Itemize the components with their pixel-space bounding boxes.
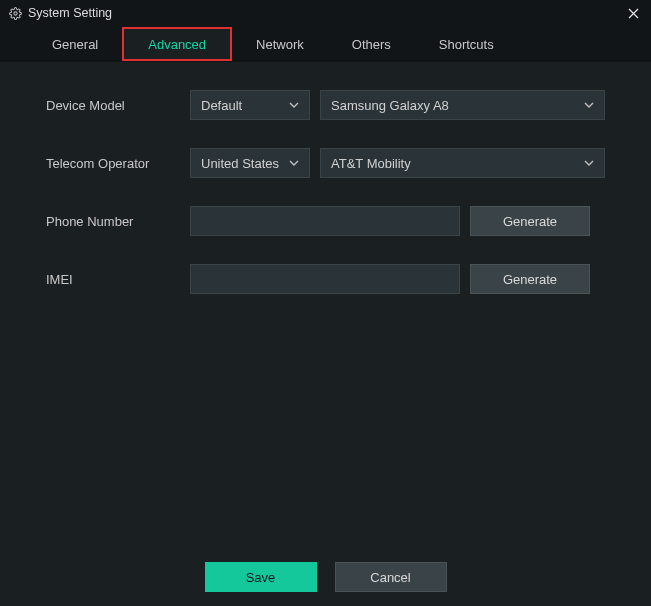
save-button[interactable]: Save xyxy=(205,562,317,592)
row-phone-number: Phone Number Generate xyxy=(46,206,605,236)
tab-others[interactable]: Others xyxy=(328,26,415,62)
close-icon[interactable] xyxy=(623,3,643,23)
tab-shortcuts[interactable]: Shortcuts xyxy=(415,26,518,62)
chevron-down-icon xyxy=(289,102,299,108)
select-telecom-operator[interactable]: AT&T Mobility xyxy=(320,148,605,178)
svg-point-0 xyxy=(13,11,16,14)
tab-advanced[interactable]: Advanced xyxy=(122,27,232,61)
cancel-button[interactable]: Cancel xyxy=(335,562,447,592)
label-device-model: Device Model xyxy=(46,98,190,113)
row-telecom-operator: Telecom Operator United States AT&T Mobi… xyxy=(46,148,605,178)
label-phone-number: Phone Number xyxy=(46,214,190,229)
select-telecom-country[interactable]: United States xyxy=(190,148,310,178)
chevron-down-icon xyxy=(584,160,594,166)
tab-network[interactable]: Network xyxy=(232,26,328,62)
select-device-brand-value: Default xyxy=(201,98,242,113)
generate-phone-button[interactable]: Generate xyxy=(470,206,590,236)
label-telecom-operator: Telecom Operator xyxy=(46,156,190,171)
select-telecom-country-value: United States xyxy=(201,156,279,171)
select-device-brand[interactable]: Default xyxy=(190,90,310,120)
label-imei: IMEI xyxy=(46,272,190,287)
select-telecom-operator-value: AT&T Mobility xyxy=(331,156,411,171)
content-area: Device Model Default Samsung Galaxy A8 T… xyxy=(0,62,651,294)
tab-general[interactable]: General xyxy=(28,26,122,62)
tab-bar: General Advanced Network Others Shortcut… xyxy=(0,26,651,62)
footer: Save Cancel xyxy=(0,562,651,592)
row-device-model: Device Model Default Samsung Galaxy A8 xyxy=(46,90,605,120)
chevron-down-icon xyxy=(289,160,299,166)
settings-gear-icon xyxy=(8,6,22,20)
row-imei: IMEI Generate xyxy=(46,264,605,294)
chevron-down-icon xyxy=(584,102,594,108)
titlebar: System Setting xyxy=(0,0,651,26)
select-device-model[interactable]: Samsung Galaxy A8 xyxy=(320,90,605,120)
generate-imei-button[interactable]: Generate xyxy=(470,264,590,294)
phone-number-input[interactable] xyxy=(190,206,460,236)
window-title: System Setting xyxy=(28,6,112,20)
select-device-model-value: Samsung Galaxy A8 xyxy=(331,98,449,113)
imei-input[interactable] xyxy=(190,264,460,294)
